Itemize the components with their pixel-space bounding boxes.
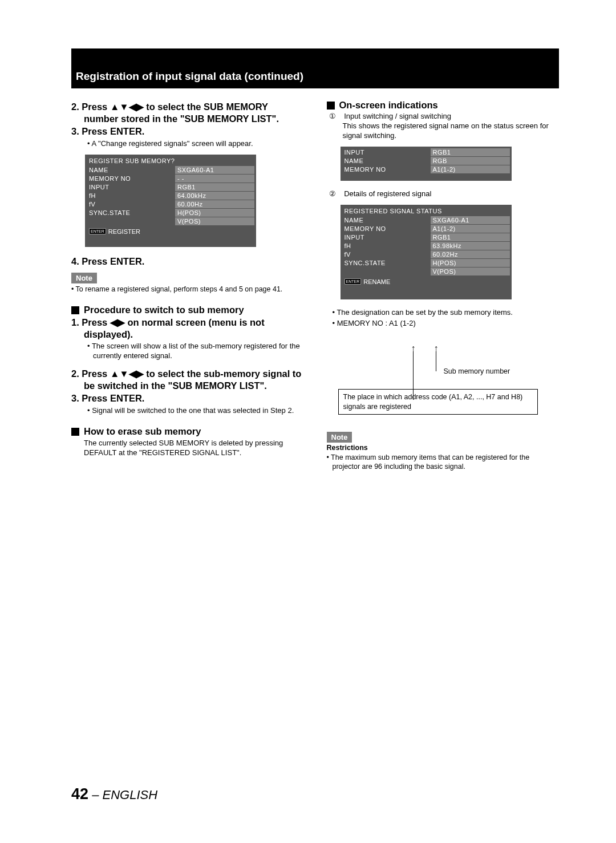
memory-no-diagram: ↑ ↑ Sub memory number The place in which…: [338, 332, 560, 426]
section-onscreen: On-screen indications: [327, 100, 560, 111]
step-4: 4. Press ENTER.: [71, 256, 304, 268]
restrictions-heading: Restrictions: [327, 444, 560, 452]
step-2: 2. Press ▲▼◀▶ to select the SUB MEMORY n…: [71, 101, 304, 124]
square-bullet-icon: [327, 102, 335, 110]
enter-key-icon: ENTER: [89, 228, 106, 234]
enter-key-icon: ENTER: [345, 278, 362, 285]
indication-1-body: This shows the registered signal name on…: [343, 121, 560, 141]
address-code-box: The place in which address code (A1, A2,…: [338, 389, 538, 415]
left-column: 2. Press ▲▼◀▶ to select the SUB MEMORY n…: [71, 100, 304, 472]
osd1-footer: REGISTER: [108, 228, 140, 235]
note-step4: • To rename a registered signal, perform…: [77, 285, 304, 294]
osd-register-sub-memory: REGISTER SUB MEMORY? NAMESXGA60-A1 MEMOR…: [85, 155, 256, 247]
square-bullet-icon: [71, 428, 79, 436]
osd3-footer: RENAME: [363, 278, 390, 285]
language-label: ENGLISH: [103, 788, 158, 802]
memory-no-bullet: • MEMORY NO : A1 (1-2): [338, 319, 560, 329]
osd-input-switching: INPUTRGB1 NAMERGB MEMORY NOA1(1-2): [341, 147, 512, 181]
osd-registered-signal-status: REGISTERED SIGNAL STATUS NAMESXGA60-A1 M…: [341, 205, 512, 299]
section-procedure-switch: Procedure to switch to sub memory: [71, 305, 304, 315]
note-label: Note: [327, 432, 352, 443]
page-title: Registration of input signal data (conti…: [71, 48, 559, 88]
step-3-bullet: • A "Change registered signals" screen w…: [93, 139, 304, 149]
switch-step-2: 2. Press ▲▼◀▶ to select the sub-memory s…: [71, 368, 304, 391]
switch-step-3-bullet: • Signal will be switched to the one tha…: [93, 406, 304, 416]
up-arrow-icon: ↑: [411, 343, 416, 354]
osd1-title: REGISTER SUB MEMORY?: [87, 156, 254, 166]
sub-memory-number-label: Sub memory number: [444, 367, 510, 375]
indication-1: ① Input switching / signal switching: [343, 112, 560, 121]
note-label: Note: [71, 273, 97, 283]
osd3-title: REGISTERED SIGNAL STATUS: [342, 206, 510, 216]
erase-body: The currently selected SUB MEMORY is del…: [84, 439, 304, 458]
switch-step-3: 3. Press ENTER.: [71, 392, 304, 404]
right-column: On-screen indications ① Input switching …: [327, 100, 560, 472]
page-footer: 42 – ENGLISH: [71, 785, 157, 803]
designation-bullet: • The designation can be set by the sub …: [338, 308, 560, 318]
indication-2: ② Details of registered signal: [343, 189, 560, 199]
step-3: 3. Press ENTER.: [71, 125, 304, 137]
switch-step-1: 1. Press ◀▶ on normal screen (menu is no…: [71, 317, 304, 340]
up-arrow-icon: ↑: [434, 343, 439, 354]
page-number: 42: [71, 785, 88, 803]
circled-2-icon: ②: [333, 189, 342, 199]
restrictions-bullet: • The maximum sub memory items that can …: [333, 453, 560, 471]
circled-1-icon: ①: [333, 112, 342, 121]
switch-step-1-bullet: • The screen will show a list of the sub…: [93, 342, 304, 361]
square-bullet-icon: [71, 306, 79, 314]
section-erase: How to erase sub memory: [71, 426, 304, 437]
